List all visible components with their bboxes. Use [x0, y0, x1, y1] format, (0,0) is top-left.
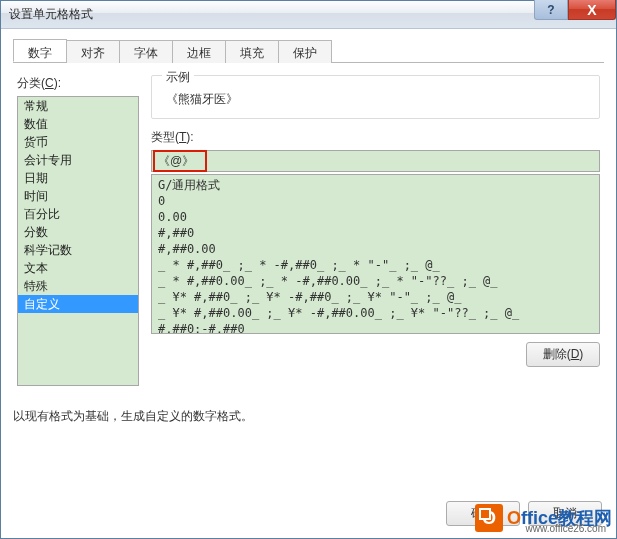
example-legend: 示例: [162, 69, 194, 86]
hint-text: 以现有格式为基础，生成自定义的数字格式。: [13, 408, 604, 425]
label-text: 分类(: [17, 76, 45, 90]
left-column: 分类(C): 常规数值货币会计专用日期时间百分比分数科学记数文本特殊自定义: [17, 75, 139, 386]
category-listbox[interactable]: 常规数值货币会计专用日期时间百分比分数科学记数文本特殊自定义: [17, 96, 139, 386]
category-item[interactable]: 科学记数: [18, 241, 138, 259]
window-controls: ? X: [534, 0, 616, 20]
tab-5[interactable]: 保护: [278, 40, 332, 63]
delete-button[interactable]: 删除(D): [526, 342, 600, 367]
category-label: 分类(C):: [17, 75, 139, 92]
titlebar: 设置单元格格式 ? X: [1, 1, 616, 29]
category-item[interactable]: 数值: [18, 115, 138, 133]
tab-3[interactable]: 边框: [172, 40, 226, 63]
delete-row: 删除(D): [151, 342, 600, 367]
category-item[interactable]: 百分比: [18, 205, 138, 223]
tab-content-number: 分类(C): 常规数值货币会计专用日期时间百分比分数科学记数文本特殊自定义 示例…: [13, 63, 604, 390]
category-item[interactable]: 常规: [18, 97, 138, 115]
close-button[interactable]: X: [568, 0, 616, 20]
tab-1[interactable]: 对齐: [66, 40, 120, 63]
category-item[interactable]: 分数: [18, 223, 138, 241]
category-item[interactable]: 特殊: [18, 277, 138, 295]
label-accelerator: C: [45, 76, 54, 90]
tab-4[interactable]: 填充: [225, 40, 279, 63]
dialog-buttons: 确定 取消: [446, 501, 602, 526]
format-item[interactable]: _ * #,##0_ ;_ * -#,##0_ ;_ * "-"_ ;_ @_: [152, 257, 599, 273]
format-item[interactable]: _ ¥* #,##0_ ;_ ¥* -#,##0_ ;_ ¥* "-"_ ;_ …: [152, 289, 599, 305]
format-item[interactable]: #,##0.00: [152, 241, 599, 257]
help-button[interactable]: ?: [534, 0, 568, 20]
tab-2[interactable]: 字体: [119, 40, 173, 63]
window-title: 设置单元格格式: [9, 6, 93, 23]
right-column: 示例 《熊猫牙医》 类型(T): G/通用格式00.00#,##0#,##0.0…: [151, 75, 600, 386]
category-item[interactable]: 自定义: [18, 295, 138, 313]
label-text: 删除(: [543, 347, 571, 361]
format-item[interactable]: G/通用格式: [152, 177, 599, 193]
label-text: ): [579, 347, 583, 361]
category-item[interactable]: 时间: [18, 187, 138, 205]
tab-strip: 数字对齐字体边框填充保护: [13, 39, 604, 63]
label-text: 类型(: [151, 130, 179, 144]
example-group: 示例 《熊猫牙医》: [151, 75, 600, 119]
type-label: 类型(T):: [151, 129, 600, 146]
dialog-body: 数字对齐字体边框填充保护 分类(C): 常规数值货币会计专用日期时间百分比分数科…: [1, 29, 616, 538]
example-value: 《熊猫牙医》: [162, 91, 589, 108]
category-item[interactable]: 日期: [18, 169, 138, 187]
format-item[interactable]: 0.00: [152, 209, 599, 225]
format-item[interactable]: #,##0;-#,##0: [152, 321, 599, 334]
dialog-window: 设置单元格格式 ? X 数字对齐字体边框填充保护 分类(C): 常规数值货币会计…: [0, 0, 617, 539]
format-item[interactable]: _ ¥* #,##0.00_ ;_ ¥* -#,##0.00_ ;_ ¥* "-…: [152, 305, 599, 321]
ok-button[interactable]: 确定: [446, 501, 520, 526]
format-item[interactable]: 0: [152, 193, 599, 209]
tab-0[interactable]: 数字: [13, 39, 67, 62]
category-item[interactable]: 文本: [18, 259, 138, 277]
cancel-button[interactable]: 取消: [528, 501, 602, 526]
label-text: ):: [186, 130, 193, 144]
type-input[interactable]: [151, 150, 600, 172]
format-item[interactable]: #,##0: [152, 225, 599, 241]
category-item[interactable]: 会计专用: [18, 151, 138, 169]
type-input-wrap: [151, 150, 600, 172]
format-listbox[interactable]: G/通用格式00.00#,##0#,##0.00_ * #,##0_ ;_ * …: [151, 174, 600, 334]
category-item[interactable]: 货币: [18, 133, 138, 151]
format-item[interactable]: _ * #,##0.00_ ;_ * -#,##0.00_ ;_ * "-"??…: [152, 273, 599, 289]
label-text: ):: [54, 76, 61, 90]
